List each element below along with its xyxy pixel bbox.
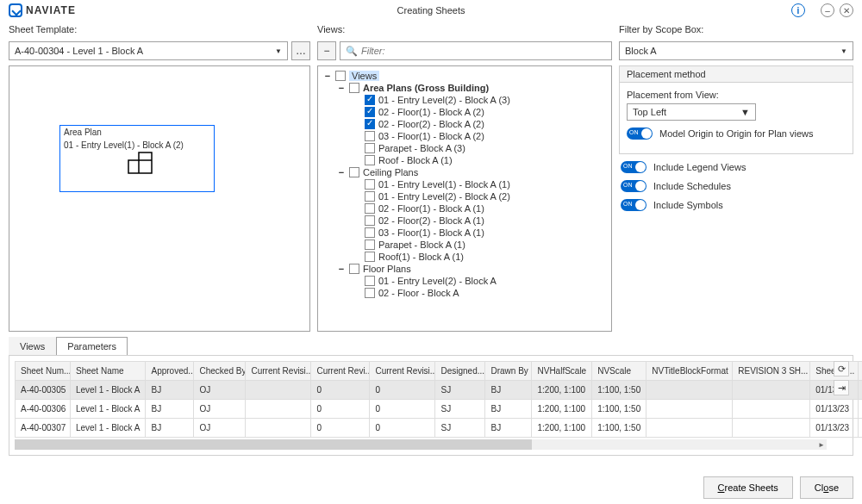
tree-checkbox[interactable] <box>365 215 375 226</box>
table-cell[interactable] <box>733 381 810 400</box>
table-cell[interactable]: Level 1 - Block A <box>71 381 146 400</box>
tree-checkbox[interactable] <box>365 143 375 153</box>
table-cell[interactable]: 01/13/23 <box>810 419 859 438</box>
info-icon[interactable]: i <box>791 3 805 17</box>
table-cell[interactable]: BJ <box>146 400 194 419</box>
scroll-thumb[interactable] <box>15 439 532 450</box>
refresh-button[interactable]: ⟳ <box>834 361 849 376</box>
table-cell[interactable]: A-40-00307 <box>16 419 71 438</box>
tree-item[interactable]: −Area Plans (Gross Building) <box>322 82 608 94</box>
include-schedules-toggle[interactable] <box>621 180 646 192</box>
tree-item[interactable]: 02 - Floor(2) - Block A (2) <box>322 118 608 130</box>
table-cell[interactable]: OJ <box>194 419 246 438</box>
table-row[interactable]: A-40-00307Level 1 - Block ABJOJ00SJBJ1:2… <box>16 419 863 438</box>
table-cell[interactable] <box>246 419 311 438</box>
table-cell[interactable] <box>646 381 733 400</box>
table-cell[interactable]: BJ <box>146 419 194 438</box>
minimize-icon[interactable]: – <box>821 3 834 17</box>
tree-checkbox[interactable] <box>365 179 375 190</box>
column-header[interactable]: NVTitleBlockFormat <box>646 362 733 381</box>
tree-checkbox[interactable] <box>365 276 375 286</box>
tree-item[interactable]: 01 - Entry Level(2) - Block A <box>322 275 608 287</box>
filter-input[interactable] <box>361 46 606 56</box>
table-cell[interactable] <box>246 381 311 400</box>
tab-views[interactable]: Views <box>9 337 56 355</box>
include-legend-toggle[interactable] <box>621 161 646 173</box>
tree-checkbox[interactable] <box>365 95 375 105</box>
table-cell[interactable]: BJ <box>485 419 532 438</box>
column-header[interactable]: Current Revisi... <box>370 362 435 381</box>
table-cell[interactable] <box>859 419 862 438</box>
include-symbols-toggle[interactable] <box>621 199 646 211</box>
close-icon[interactable]: ✕ <box>840 3 853 17</box>
column-header[interactable]: Sheet Name <box>71 362 146 381</box>
scope-select[interactable]: Block A ▼ <box>619 41 853 60</box>
table-cell[interactable]: BJ <box>146 381 194 400</box>
tree-toggle-icon[interactable]: − <box>337 264 346 274</box>
table-cell[interactable] <box>859 400 862 419</box>
sheet-template-select[interactable]: A-40-00304 - Level 1 - Block A ▼ <box>9 41 288 60</box>
column-header[interactable]: REVIS <box>859 362 862 381</box>
create-sheets-button[interactable]: Create Sheets <box>703 476 793 499</box>
column-header[interactable]: Designed... <box>435 362 485 381</box>
tree-item[interactable]: Roof(1) - Block A (1) <box>322 251 608 263</box>
column-header[interactable]: Drawn By <box>485 362 532 381</box>
tree-item[interactable]: −Views <box>322 70 608 82</box>
tree-toggle-icon[interactable]: − <box>337 167 346 177</box>
table-cell[interactable]: A-40-00306 <box>16 400 71 419</box>
table-cell[interactable]: 1:200, 1:100 <box>532 419 592 438</box>
column-header[interactable]: Sheet Num... <box>16 362 71 381</box>
table-cell[interactable]: OJ <box>194 400 246 419</box>
table-cell[interactable] <box>646 419 733 438</box>
tree-checkbox[interactable] <box>349 167 359 177</box>
tree-item[interactable]: 02 - Floor - Block A <box>322 287 608 299</box>
tree-checkbox[interactable] <box>349 264 359 274</box>
table-cell[interactable]: SJ <box>435 400 485 419</box>
tree-checkbox[interactable] <box>349 83 359 93</box>
table-cell[interactable]: 0 <box>370 400 435 419</box>
table-cell[interactable]: SJ <box>435 419 485 438</box>
tree-item[interactable]: Parapet - Block A (1) <box>322 239 608 251</box>
table-cell[interactable]: 1:200, 1:100 <box>532 400 592 419</box>
table-cell[interactable]: 0 <box>370 381 435 400</box>
tree-item[interactable]: Roof - Block A (1) <box>322 154 608 166</box>
table-cell[interactable] <box>646 400 733 419</box>
tree-checkbox[interactable] <box>365 131 375 141</box>
tab-parameters[interactable]: Parameters <box>56 337 128 355</box>
tree-checkbox[interactable] <box>365 155 375 165</box>
table-cell[interactable]: OJ <box>194 381 246 400</box>
views-tree[interactable]: −Views−Area Plans (Gross Building)01 - E… <box>317 65 612 332</box>
tree-checkbox[interactable] <box>365 252 375 262</box>
tree-item[interactable]: 02 - Floor(2) - Block A (1) <box>322 215 608 227</box>
scroll-right-icon[interactable]: ► <box>816 439 827 450</box>
column-header[interactable]: NVHalfScale <box>532 362 592 381</box>
filter-input-wrap[interactable]: 🔍 <box>340 41 612 60</box>
collapse-all-button[interactable]: − <box>317 41 336 60</box>
table-cell[interactable]: 0 <box>311 400 370 419</box>
tree-item[interactable]: 02 - Floor(1) - Block A (2) <box>322 106 608 118</box>
tree-checkbox[interactable] <box>365 191 375 202</box>
tree-checkbox[interactable] <box>365 227 375 238</box>
tree-item[interactable]: −Floor Plans <box>322 263 608 275</box>
column-header[interactable]: REVISION 3 SH... <box>733 362 810 381</box>
tree-item[interactable]: −Ceiling Plans <box>322 166 608 178</box>
tree-checkbox[interactable] <box>365 107 375 117</box>
table-cell[interactable] <box>246 400 311 419</box>
table-cell[interactable]: 0 <box>370 419 435 438</box>
table-cell[interactable]: 1:200, 1:100 <box>532 381 592 400</box>
table-cell[interactable]: 0 <box>311 419 370 438</box>
table-row[interactable]: A-40-00306Level 1 - Block ABJOJ00SJBJ1:2… <box>16 400 863 419</box>
model-origin-toggle[interactable] <box>627 128 653 140</box>
tree-checkbox[interactable] <box>365 288 375 298</box>
column-header[interactable]: Checked By <box>194 362 246 381</box>
table-cell[interactable]: BJ <box>485 381 532 400</box>
table-cell[interactable] <box>733 400 810 419</box>
tree-checkbox[interactable] <box>365 119 375 129</box>
column-header[interactable]: NVScale <box>592 362 646 381</box>
grid-hscroll[interactable]: ◄ ► <box>15 439 827 450</box>
table-cell[interactable] <box>859 381 862 400</box>
column-header[interactable]: Current Revi... <box>311 362 370 381</box>
table-cell[interactable]: 0 <box>311 381 370 400</box>
column-header[interactable]: Current Revisi... <box>246 362 311 381</box>
tree-item[interactable]: Parapet - Block A (3) <box>322 142 608 154</box>
